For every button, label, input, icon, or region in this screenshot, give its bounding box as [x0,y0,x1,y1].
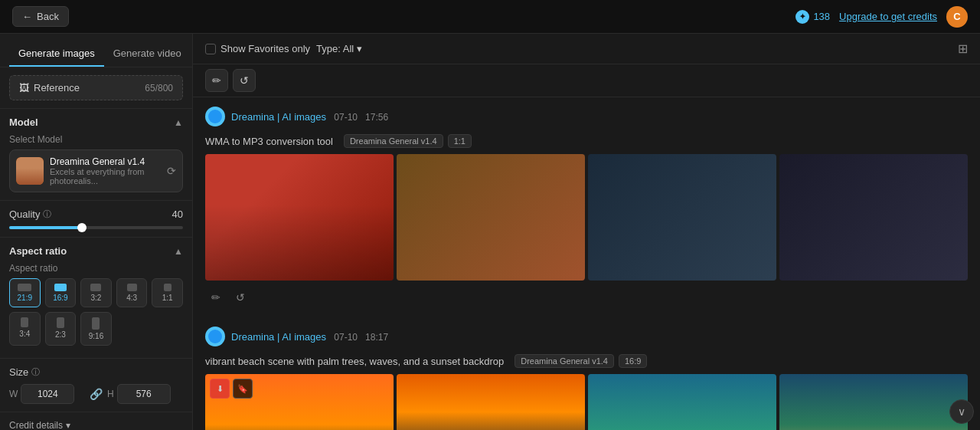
slider-fill [9,226,82,229]
quality-row: Quality ⓘ 40 [9,208,183,220]
model-section-header[interactable]: Model ▲ [9,117,183,128]
top-nav: ← Back ✦ 138 Upgrade to get credits C [0,0,980,34]
aspect-btn-2-3[interactable]: 2:3 [45,312,77,346]
post-1-image-4[interactable] [779,154,968,281]
aspect-icon-3-4 [21,317,28,327]
aspect-btn-9-16[interactable]: 9:16 [80,312,112,346]
post-2-avatar [205,327,225,346]
credits-badge: ✦ 138 [795,10,830,24]
quality-label: Quality ⓘ [9,208,51,220]
reference-text: Reference [34,82,80,94]
quality-value: 40 [172,208,183,220]
image-feed: Dreamina | AI images 07-10 17:56 WMA to … [193,97,980,430]
bookmark-button[interactable]: 🔖 [233,379,253,399]
post-2-header: Dreamina | AI images 07-10 18:17 [205,327,968,346]
post-2-image-1[interactable]: Download ⬇ 🔖 [205,374,394,430]
model-section-title: Model [9,117,38,128]
aspect-btn-1-1[interactable]: 1:1 [152,278,183,307]
credits-count: 138 [813,11,830,22]
post-2-author: Dreamina | AI images [231,331,326,343]
post-1-header: Dreamina | AI images 07-10 17:56 [205,107,968,126]
post-1-image-3[interactable] [588,154,776,281]
credit-details-row[interactable]: Credit details ▾ [9,420,183,430]
post-1-prompt: WMA to MP3 conversion tool [205,136,333,147]
aspect-btn-16-9[interactable]: 16:9 [45,278,77,307]
post-2-time: 07-10 18:17 [329,332,388,343]
post-1-image-1[interactable] [205,154,394,281]
nav-right: ✦ 138 Upgrade to get credits C [795,6,968,28]
aspect-btn-3-2[interactable]: 3:2 [80,278,112,307]
download-button[interactable]: ⬇ [210,379,230,399]
model-card[interactable]: Dreamina General v1.4 Excels at everythi… [9,149,183,192]
size-info-icon: ⓘ [31,366,40,378]
show-favorites-text: Show Favorites only [220,43,310,54]
post-2-meta: Dreamina | AI images 07-10 18:17 [231,331,968,343]
size-inputs-row: W 🔗 H [9,384,183,404]
aspect-icon-21-9 [18,284,31,291]
user-avatar[interactable]: C [946,6,968,28]
reference-section: 🖼 Reference 65/800 [0,67,192,109]
edit-tool-button[interactable]: ✏ [205,69,228,92]
size-h-label: H [107,389,114,399]
post-1-refresh-button[interactable]: ↺ [230,287,251,308]
scroll-down-button[interactable]: ∨ [949,399,974,424]
reference-box[interactable]: 🖼 Reference 65/800 [9,75,183,100]
post-1-author: Dreamina | AI images [231,111,326,123]
size-w-label: W [9,389,18,399]
size-height-group: H [107,384,183,404]
post-1-image-2[interactable] [397,154,585,281]
size-w-input[interactable] [21,384,74,404]
upgrade-button[interactable]: Upgrade to get credits [839,11,937,22]
post-2-image-2[interactable] [397,374,585,430]
post-1-images [205,154,968,281]
credit-details-section: Credit details ▾ [0,412,192,430]
refresh-tool-button[interactable]: ↺ [233,69,256,92]
aspect-icon-2-3 [57,317,64,328]
right-panel: Show Favorites only Type: All ▾ ⊞ ✏ ↺ [193,34,980,430]
post-1-model-tag: Dreamina General v1.4 [344,134,443,148]
reference-count: 65/800 [145,83,173,94]
post-1-ratio-tag: 1:1 [448,134,472,148]
quality-info-icon: ⓘ [43,208,51,220]
type-chevron-icon: ▾ [357,43,362,54]
model-refresh-icon[interactable]: ⟳ [167,165,176,177]
model-name: Dreamina General v1.4 [50,156,161,167]
post-2-ratio-tag: 16:9 [619,354,647,368]
show-favorites-label[interactable]: Show Favorites only [205,43,310,54]
quality-label-text: Quality [9,208,40,220]
aspect-btn-21-9[interactable]: 21:9 [9,278,41,307]
aspect-ratio-header[interactable]: Aspect ratio ▲ [9,245,183,257]
dreamina-avatar-2-icon [208,330,222,343]
post-1-meta: Dreamina | AI images 07-10 17:56 [231,111,968,123]
aspect-btn-4-3[interactable]: 4:3 [116,278,148,307]
post-2-prompt: vibrant beach scene with palm trees, wav… [205,356,504,367]
post-2-image-3[interactable] [588,374,776,430]
aspect-ratio-section: Aspect ratio ▲ Aspect ratio 21:9 16:9 3:… [0,238,192,359]
quality-slider[interactable] [9,226,183,229]
type-dropdown[interactable]: Type: All ▾ [316,43,362,54]
left-panel: Generate images Generate video 🖼 Referen… [0,34,193,430]
image-icon: 🖼 [19,82,29,94]
top-toolbar: ✏ ↺ [193,64,980,97]
aspect-icon-3-2 [90,284,101,291]
tab-generate-video[interactable]: Generate video [104,41,191,67]
tab-generate-images[interactable]: Generate images [9,41,104,67]
size-label: Size ⓘ [9,366,40,378]
grid-layout-icon[interactable]: ⊞ [958,41,968,56]
slider-thumb[interactable] [77,223,87,232]
post-2-images: Download ⬇ 🔖 HD [205,374,968,430]
show-favorites-checkbox[interactable] [205,44,216,54]
post-1-edit-button[interactable]: ✏ [205,287,227,308]
aspect-ratio-grid: 21:9 16:9 3:2 4:3 1:1 [9,278,183,346]
size-width-group: W [9,384,85,404]
quality-section: Quality ⓘ 40 [0,201,192,238]
size-label-text: Size [9,366,28,378]
back-button[interactable]: ← Back [12,6,69,27]
post-2-image-4[interactable] [779,374,968,430]
size-section: Size ⓘ W 🔗 H [0,359,192,412]
aspect-icon-16-9 [54,284,67,291]
post-1-time: 07-10 17:56 [329,112,388,123]
aspect-btn-3-4[interactable]: 3:4 [9,312,41,346]
post-1-avatar [205,107,225,126]
size-h-input[interactable] [117,384,171,404]
